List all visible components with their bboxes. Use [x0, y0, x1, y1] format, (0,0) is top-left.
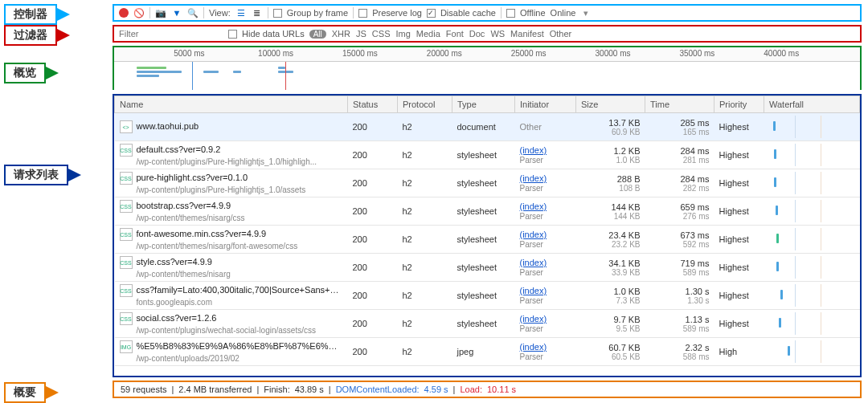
type-filter-font[interactable]: Font: [446, 29, 464, 39]
timeline-axis: 5000 ms10000 ms15000 ms20000 ms25000 ms3…: [114, 47, 860, 62]
cell-status: 200: [348, 141, 398, 169]
table-row[interactable]: CSSdefault.css?ver=0.9.2/wp-content/plug…: [115, 141, 860, 169]
table-row[interactable]: CSSsocial.css?ver=1.2.6/wp-content/plugi…: [115, 310, 860, 338]
filter-bar: Hide data URLs AllXHRJSCSSImgMediaFontDo…: [113, 25, 862, 43]
col-protocol[interactable]: Protocol: [398, 96, 452, 113]
col-waterfall[interactable]: Waterfall: [764, 96, 860, 113]
record-icon[interactable]: [119, 8, 129, 18]
annot-filter: 过滤器: [4, 25, 70, 46]
cell-size: 144 KB144 KB: [576, 197, 645, 226]
type-filter-media[interactable]: Media: [416, 29, 440, 39]
request-path: /wp-content/themes/nisarg/font-awesome/c…: [137, 242, 298, 250]
cell-initiator: (index)Parser: [515, 310, 576, 338]
cell-initiator: (index)Parser: [515, 169, 576, 197]
initiator-link[interactable]: (index): [520, 342, 547, 352]
summary-load: 10.11 s: [487, 385, 516, 394]
cell-initiator: (index)Parser: [515, 254, 576, 282]
clear-icon[interactable]: 🚫: [133, 7, 145, 18]
cell-time: 2.32 s588 ms: [645, 338, 714, 366]
col-type[interactable]: Type: [452, 96, 515, 113]
group-by-frame-checkbox[interactable]: [273, 9, 282, 18]
annot-requests: 请求列表: [4, 165, 81, 185]
throttle-select[interactable]: Online: [551, 8, 576, 18]
cell-size: 1.2 KB1.0 KB: [576, 141, 645, 169]
cell-protocol: h2: [398, 169, 452, 197]
initiator-link[interactable]: (index): [520, 230, 547, 239]
view-list-icon[interactable]: ☰: [235, 7, 247, 18]
col-size[interactable]: Size: [576, 96, 645, 113]
cell-time: 285 ms165 ms: [645, 113, 714, 141]
cell-initiator: (index)Parser: [515, 197, 576, 226]
request-path: /wp-content/themes/nisarg/css: [137, 214, 245, 222]
table-row[interactable]: CSSstyle.css?ver=4.9.9/wp-content/themes…: [115, 254, 860, 282]
type-filter-ws[interactable]: WS: [490, 29, 505, 39]
type-filter-other[interactable]: Other: [550, 29, 572, 39]
annot-summary: 概要: [4, 382, 59, 403]
cell-size: 1.0 KB7.3 KB: [576, 282, 645, 310]
initiator-link[interactable]: (index): [520, 314, 547, 324]
camera-icon[interactable]: 📷: [155, 7, 166, 18]
file-icon: CSS: [120, 144, 133, 157]
request-name: %E5%B8%83%E9%9A%86%E8%BF%87%E6%BB%A4%E5%…: [137, 341, 348, 351]
cell-time: 1.13 s589 ms: [645, 310, 714, 338]
initiator-link[interactable]: (index): [520, 202, 547, 211]
type-filter-all[interactable]: All: [309, 30, 326, 39]
cell-size: 288 B108 B: [576, 169, 645, 197]
filter-input[interactable]: [119, 29, 223, 39]
cell-waterfall: [764, 197, 860, 226]
type-filter-manifest[interactable]: Manifest: [510, 29, 544, 39]
timeline-body: [114, 62, 860, 90]
col-time[interactable]: Time: [645, 96, 714, 113]
request-name: font-awesome.min.css?ver=4.9.9: [137, 229, 267, 238]
table-row[interactable]: IMG%E5%B8%83%E9%9A%86%E8%BF%87%E6%BB%A4%…: [115, 338, 860, 366]
preserve-log-label: Preserve log: [372, 8, 422, 18]
summary-bar: 59 requests | 2.4 MB transferred | Finis…: [113, 381, 862, 398]
summary-load-label: Load:: [460, 385, 482, 394]
file-icon: IMG: [120, 340, 133, 353]
disable-cache-checkbox[interactable]: ✓: [427, 9, 436, 18]
overview-panel[interactable]: 5000 ms10000 ms15000 ms20000 ms25000 ms3…: [113, 46, 862, 90]
type-filter-xhr[interactable]: XHR: [332, 29, 350, 39]
table-row[interactable]: CSSfont-awesome.min.css?ver=4.9.9/wp-con…: [115, 226, 860, 254]
cell-protocol: h2: [398, 113, 452, 141]
cell-initiator: Other: [515, 113, 576, 141]
col-name[interactable]: Name: [115, 96, 348, 113]
summary-requests: 59 requests: [121, 385, 166, 394]
table-row[interactable]: CSScss?family=Lato:400,300italic,700|Sou…: [115, 282, 860, 310]
summary-dcl-label: DOMContentLoaded:: [336, 385, 420, 394]
type-filter-js[interactable]: JS: [356, 29, 366, 39]
offline-checkbox[interactable]: [506, 9, 515, 18]
filter-icon[interactable]: ▼: [171, 7, 182, 18]
axis-tick: 30000 ms: [596, 49, 631, 58]
type-filter-doc[interactable]: Doc: [469, 29, 485, 39]
col-status[interactable]: Status: [348, 96, 398, 113]
type-filter-img[interactable]: Img: [395, 29, 410, 39]
chevron-down-icon[interactable]: ▾: [580, 7, 592, 18]
col-initiator[interactable]: Initiator: [515, 96, 576, 113]
table-row[interactable]: CSSbootstrap.css?ver=4.9.9/wp-content/th…: [115, 197, 860, 226]
initiator-link[interactable]: (index): [520, 145, 547, 155]
type-filter-css[interactable]: CSS: [372, 29, 391, 39]
view-detail-icon[interactable]: ≣: [252, 7, 263, 18]
cell-priority: Highest: [714, 310, 764, 338]
cell-type: stylesheet: [452, 282, 515, 310]
file-icon: CSS: [120, 312, 133, 325]
file-icon: CSS: [120, 172, 133, 185]
col-priority[interactable]: Priority: [714, 96, 764, 113]
initiator-link[interactable]: (index): [520, 173, 547, 183]
hide-data-urls-checkbox[interactable]: [228, 30, 237, 39]
annot-overview: 概览: [4, 63, 59, 83]
initiator-link[interactable]: (index): [520, 286, 547, 295]
cell-time: 719 ms589 ms: [645, 254, 714, 282]
request-path: /wp-content/plugins/Pure-Highlightjs_1.0…: [137, 185, 306, 194]
cell-priority: Highest: [714, 254, 764, 282]
table-header: NameStatusProtocolTypeInitiatorSizeTimeP…: [115, 96, 860, 113]
cell-status: 200: [348, 254, 398, 282]
search-icon[interactable]: 🔍: [187, 7, 199, 18]
preserve-log-checkbox[interactable]: [358, 9, 367, 18]
file-icon: CSS: [120, 284, 133, 297]
cell-type: stylesheet: [452, 197, 515, 226]
table-row[interactable]: <>www.taohui.pub200h2documentOther13.7 K…: [115, 113, 860, 141]
initiator-link[interactable]: (index): [520, 258, 547, 267]
table-row[interactable]: CSSpure-highlight.css?ver=0.1.0/wp-conte…: [115, 169, 860, 197]
